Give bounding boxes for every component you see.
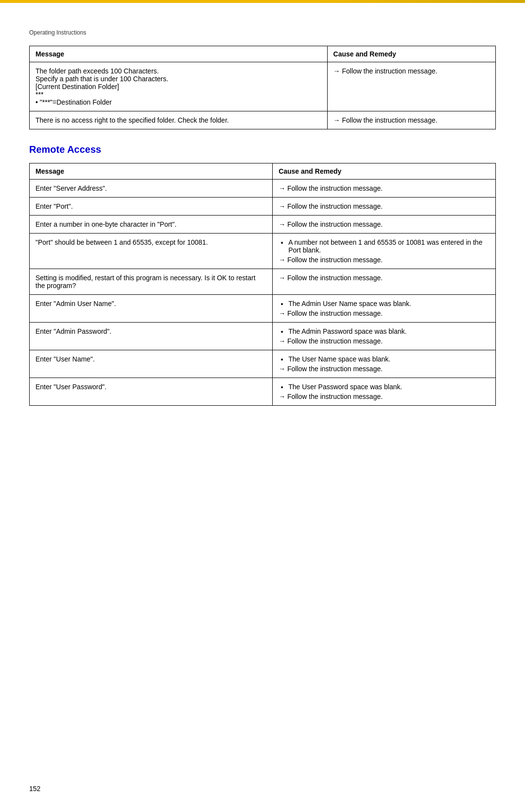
message-cell: The folder path exceeds 100 Characters. … <box>30 62 328 111</box>
arrow-text: → Follow the instruction message. <box>279 337 490 345</box>
table-row: The folder path exceeds 100 Characters. … <box>30 62 496 111</box>
cause-cell: → Follow the instruction message. <box>273 269 496 295</box>
arrow-text: → Follow the instruction message. <box>279 256 490 264</box>
message-cell: Enter a number in one-byte character in … <box>30 216 273 234</box>
message-cell: Setting is modified, restart of this pro… <box>30 269 273 295</box>
cause-cell: → Follow the instruction message. <box>273 198 496 216</box>
bullet-item: The User Name space was blank. <box>288 355 490 363</box>
cause-cell: → Follow the instruction message. <box>327 62 495 111</box>
header-label: Operating Instructions <box>29 29 496 36</box>
table-folder-path: Message Cause and Remedy The folder path… <box>29 46 496 129</box>
table-row: Enter "Admin Password". The Admin Passwo… <box>30 323 496 350</box>
message-cell: "Port" should be between 1 and 65535, ex… <box>30 234 273 269</box>
message-cell: Enter "User Password". <box>30 378 273 406</box>
bullet-item: A number not between 1 and 65535 or 1008… <box>288 238 490 254</box>
table-row: Enter "Server Address". → Follow the ins… <box>30 180 496 198</box>
cause-bullet-list: The Admin User Name space was blank. <box>279 300 490 307</box>
message-cell: Enter "User Name". <box>30 350 273 378</box>
table-remote-access: Message Cause and Remedy Enter "Server A… <box>29 163 496 406</box>
cause-cell: → Follow the instruction message. <box>273 180 496 198</box>
cause-bullet-list: The User Password space was blank. <box>279 383 490 391</box>
arrow-text: → Follow the instruction message. <box>279 393 490 400</box>
bullet-item: The Admin User Name space was blank. <box>288 300 490 307</box>
cause-cell: The User Password space was blank. → Fol… <box>273 378 496 406</box>
table-row: Enter "Port". → Follow the instruction m… <box>30 198 496 216</box>
arrow-text: → Follow the instruction message. <box>279 365 490 373</box>
message-cell: Enter "Admin Password". <box>30 323 273 350</box>
cause-cell: → Follow the instruction message. <box>273 216 496 234</box>
message-cell: Enter "Port". <box>30 198 273 216</box>
cause-bullet-list: The Admin Password space was blank. <box>279 327 490 335</box>
col-header-cause-1: Cause and Remedy <box>327 46 495 62</box>
table-row: Enter a number in one-byte character in … <box>30 216 496 234</box>
bullet-item: The Admin Password space was blank. <box>288 327 490 335</box>
col-header-cause-2: Cause and Remedy <box>273 163 496 180</box>
bullet-item: • "***"=Destination Folder <box>35 98 112 106</box>
cause-bullet-list: A number not between 1 and 65535 or 1008… <box>279 238 490 254</box>
page-number: 152 <box>29 785 40 793</box>
cause-cell: A number not between 1 and 65535 or 1008… <box>273 234 496 269</box>
col-header-message-2: Message <box>30 163 273 180</box>
section-title-remote-access: Remote Access <box>29 144 496 155</box>
message-cell: There is no access right to the specifie… <box>30 111 328 129</box>
table-row: Setting is modified, restart of this pro… <box>30 269 496 295</box>
table-row: "Port" should be between 1 and 65535, ex… <box>30 234 496 269</box>
message-cell: Enter "Admin User Name". <box>30 295 273 323</box>
col-header-message-1: Message <box>30 46 328 62</box>
cause-cell: The User Name space was blank. → Follow … <box>273 350 496 378</box>
message-cell: Enter "Server Address". <box>30 180 273 198</box>
cause-cell: The Admin Password space was blank. → Fo… <box>273 323 496 350</box>
cause-bullet-list: The User Name space was blank. <box>279 355 490 363</box>
table-row: Enter "User Name". The User Name space w… <box>30 350 496 378</box>
table-row: There is no access right to the specifie… <box>30 111 496 129</box>
table-row: Enter "Admin User Name". The Admin User … <box>30 295 496 323</box>
table-row: Enter "User Password". The User Password… <box>30 378 496 406</box>
cause-cell: The Admin User Name space was blank. → F… <box>273 295 496 323</box>
top-bar <box>0 0 525 3</box>
cause-cell: → Follow the instruction message. <box>327 111 495 129</box>
arrow-text: → Follow the instruction message. <box>279 309 490 317</box>
bullet-item: The User Password space was blank. <box>288 383 490 391</box>
